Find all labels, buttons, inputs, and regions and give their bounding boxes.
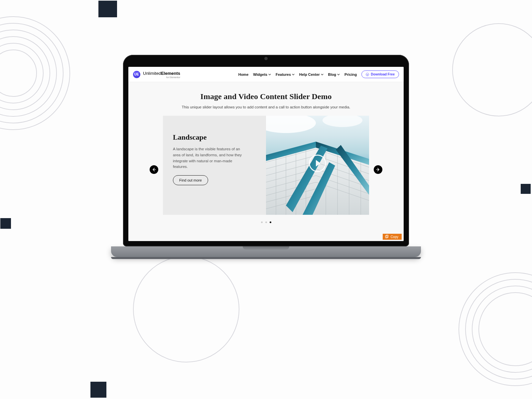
svg-point-2 [0,30,57,116]
copy-button[interactable]: Copy [383,234,402,240]
svg-point-3 [0,37,50,110]
nav-home[interactable]: Home [238,72,249,76]
slider-dot-2[interactable] [265,221,267,223]
background-circles-bottom-right [456,269,532,389]
svg-point-0 [0,17,70,130]
brand[interactable]: UE UnlimitedElements for Elementor [133,70,180,78]
chevron-down-icon [292,73,295,76]
svg-point-12 [323,116,362,127]
nav-blog[interactable]: Blog [328,72,340,76]
slider-prev-button[interactable] [150,165,158,174]
nav-pricing[interactable]: Pricing [344,72,357,76]
arrow-left-icon [152,168,156,172]
slider: Landscape A landscape is the visible fea… [163,116,369,223]
background-circles-top-left [0,13,73,133]
page-title: Image and Video Content Slider Demo [134,92,398,101]
svg-point-1 [0,23,63,123]
decorative-square [98,1,117,17]
chevron-down-icon [268,73,271,76]
brand-text: UnlimitedElements for Elementor [143,70,180,78]
nav: Home Widgets Features Help Center Blog P… [238,70,399,78]
svg-point-6 [459,273,532,386]
background-circle-top-right [452,23,532,116]
page-subtitle: This unique slider layout allows you to … [134,105,398,109]
slider-next-button[interactable] [374,165,382,174]
svg-point-11 [266,116,316,133]
slide-description: A landscape is the visible features of a… [173,146,243,170]
svg-point-7 [466,279,532,379]
svg-point-5 [0,50,37,96]
decorative-square [90,382,106,398]
nav-widgets[interactable]: Widgets [253,72,271,76]
slider-dot-1[interactable] [261,221,263,223]
brand-logo-icon: UE [133,71,140,78]
page-main: Image and Video Content Slider Demo This… [128,82,404,241]
background-circle-bottom-center [133,256,239,362]
slide-content: Landscape A landscape is the visible fea… [163,116,266,215]
nav-features[interactable]: Features [276,72,295,76]
laptop-camera [264,57,268,60]
slider-dot-3[interactable] [270,221,271,223]
decorative-square [0,218,11,229]
laptop-mockup: UE UnlimitedElements for Elementor Home … [123,55,409,257]
site-header: UE UnlimitedElements for Elementor Home … [128,67,404,82]
slide-title: Landscape [173,133,259,142]
wordpress-icon [366,73,369,76]
download-free-button[interactable]: Download Free [361,70,399,78]
laptop-base [111,246,421,257]
svg-point-9 [479,293,532,366]
play-button[interactable] [309,155,326,172]
laptop-screen: UE UnlimitedElements for Elementor Home … [128,67,404,241]
slide-cta-button[interactable]: Find out more [173,175,208,185]
slide-media [266,116,369,215]
svg-point-8 [472,286,532,372]
slider-dots [163,221,369,223]
arrow-right-icon [376,168,380,172]
slide: Landscape A landscape is the visible fea… [163,116,369,215]
chevron-down-icon [321,73,324,76]
laptop-notch [243,246,289,250]
laptop-frame: UE UnlimitedElements for Elementor Home … [123,55,409,246]
chevron-down-icon [337,73,340,76]
nav-help-center[interactable]: Help Center [299,72,324,76]
copy-icon [385,235,389,239]
decorative-square [521,184,531,194]
